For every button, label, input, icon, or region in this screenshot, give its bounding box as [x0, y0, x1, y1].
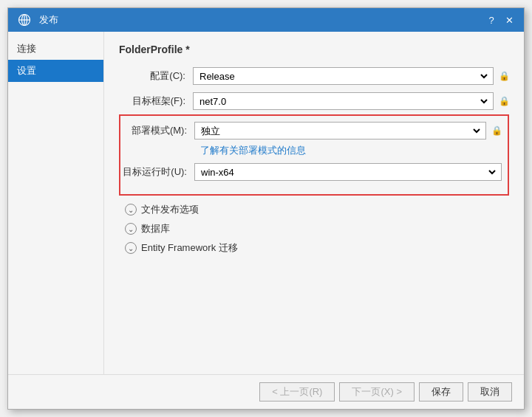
file-publish-label: 文件发布选项 [141, 203, 199, 216]
deploy-mode-control: 独立 框架依赖 🔒 [194, 122, 502, 139]
dialog-footer: < 上一页(R) 下一页(X) > 保存 取消 [8, 374, 524, 409]
title-bar: 发布 ? ✕ [8, 8, 524, 32]
target-framework-control: net7.0 net6.0 net5.0 🔒 [193, 92, 509, 110]
help-button[interactable]: ? [484, 13, 499, 27]
save-button[interactable]: 保存 [419, 382, 463, 402]
target-framework-select-input[interactable]: net7.0 net6.0 net5.0 [197, 93, 490, 109]
dialog-title: 发布 [39, 13, 58, 27]
sidebar-item-settings[interactable]: 设置 [8, 60, 103, 82]
target-runtime-label: 目标运行时(U): [120, 165, 194, 179]
deploy-mode-row: 部署模式(M): 独立 框架依赖 🔒 [120, 122, 502, 139]
ef-migration-label: Entity Framework 迁移 [141, 241, 238, 255]
config-select-input[interactable]: Release Debug [197, 68, 490, 84]
ef-migration-section[interactable]: ⌄ Entity Framework 迁移 [125, 241, 509, 255]
publish-dialog: 发布 ? ✕ 连接 设置 FolderProfile * 配置(C): [7, 7, 525, 410]
database-section[interactable]: ⌄ 数据库 [125, 222, 509, 235]
globe-icon [16, 11, 33, 29]
deploy-mode-select-input[interactable]: 独立 框架依赖 [198, 123, 482, 139]
database-label: 数据库 [141, 222, 170, 235]
highlighted-section: 部署模式(M): 独立 框架依赖 🔒 了解有关部署模式的信息 [119, 114, 509, 196]
target-framework-label: 目标框架(F): [119, 94, 193, 108]
config-lock-icon: 🔒 [499, 71, 509, 81]
target-framework-row: 目标框架(F): net7.0 net6.0 net5.0 🔒 [119, 92, 509, 110]
target-runtime-select-input[interactable]: win-x64 win-x86 linux-x64 osx-x64 [198, 164, 498, 180]
sidebar-item-connection[interactable]: 连接 [8, 38, 103, 60]
database-icon: ⌄ [125, 223, 137, 235]
deploy-mode-lock-icon: 🔒 [491, 125, 502, 136]
title-bar-left: 发布 [16, 11, 58, 29]
close-button[interactable]: ✕ [502, 13, 516, 27]
deploy-mode-label: 部署模式(M): [120, 124, 194, 137]
deploy-mode-link[interactable]: 了解有关部署模式的信息 [200, 144, 502, 157]
target-runtime-select[interactable]: win-x64 win-x86 linux-x64 osx-x64 [194, 163, 502, 181]
file-publish-section[interactable]: ⌄ 文件发布选项 [125, 203, 509, 216]
main-content: FolderProfile * 配置(C): Release Debug 🔒 [104, 32, 524, 374]
prev-button[interactable]: < 上一页(R) [259, 382, 335, 402]
target-framework-select[interactable]: net7.0 net6.0 net5.0 [193, 92, 494, 110]
dialog-body: 连接 设置 FolderProfile * 配置(C): Release Deb… [8, 32, 524, 374]
section-title: FolderProfile * [119, 44, 509, 55]
config-select[interactable]: Release Debug [193, 67, 494, 85]
target-runtime-control: win-x64 win-x86 linux-x64 osx-x64 [194, 163, 502, 181]
target-runtime-row: 目标运行时(U): win-x64 win-x86 linux-x64 osx-… [120, 163, 502, 181]
ef-migration-icon: ⌄ [125, 242, 137, 254]
config-label: 配置(C): [119, 69, 193, 83]
next-button[interactable]: 下一页(X) > [339, 382, 415, 402]
file-publish-icon: ⌄ [125, 204, 137, 216]
title-bar-controls: ? ✕ [484, 13, 516, 27]
deploy-mode-select[interactable]: 独立 框架依赖 [194, 122, 486, 139]
config-control: Release Debug 🔒 [193, 67, 509, 85]
cancel-button[interactable]: 取消 [468, 382, 512, 402]
sidebar: 连接 设置 [8, 32, 104, 374]
target-framework-lock-icon: 🔒 [499, 96, 509, 106]
config-row: 配置(C): Release Debug 🔒 [119, 67, 509, 85]
